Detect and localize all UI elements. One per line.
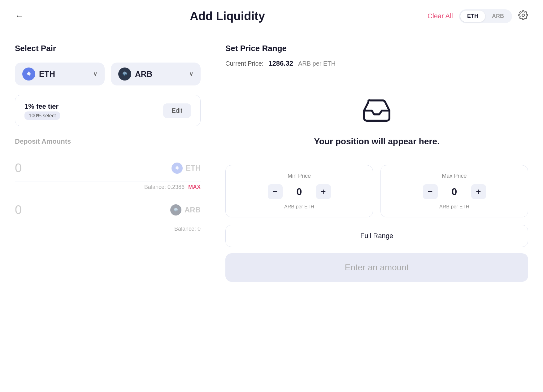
current-price-label: Current Price: — [225, 60, 263, 67]
max-price-controls: − 0 + — [423, 184, 486, 199]
header-right: Clear All ETH ARB — [428, 9, 528, 23]
enter-amount-button: Enter an amount — [225, 253, 528, 282]
eth-deposit-row: 0 ETH Balance: 0.2386 MAX — [15, 155, 201, 197]
set-price-range-title: Set Price Range — [225, 44, 528, 53]
header-left: ← — [15, 9, 27, 24]
back-button[interactable]: ← — [15, 9, 27, 24]
arb-deposit-icon — [170, 204, 181, 216]
arb-token-icon — [118, 68, 131, 81]
inbox-icon — [361, 95, 392, 129]
min-price-label: Min Price — [288, 173, 311, 179]
arb-token-label: ARB — [135, 69, 152, 79]
eth-token-icon — [22, 68, 35, 81]
price-range-controls: Min Price − 0 + ARB per ETH Max Price − … — [225, 165, 528, 217]
inbox-svg — [361, 95, 392, 123]
fee-tier-box: 1% fee tier 100% select Edit — [15, 95, 201, 126]
settings-button[interactable] — [518, 10, 528, 22]
max-price-minus-button[interactable]: − — [423, 184, 438, 199]
current-price-value: 1286.32 — [268, 59, 293, 68]
svg-point-0 — [522, 14, 524, 16]
network-toggle: ETH ARB — [459, 9, 512, 23]
arb-deposit-token-info: ARB — [170, 204, 201, 216]
fee-tier-edit-button[interactable]: Edit — [163, 103, 191, 118]
pair-selectors: ETH ∨ ARB ∨ — [15, 63, 201, 85]
arb-deposit-balance-row: Balance: 0 — [15, 226, 201, 238]
header: ← Add Liquidity Clear All ETH ARB — [0, 0, 543, 31]
select-pair-title: Select Pair — [15, 44, 201, 53]
eth-deposit-balance-row: Balance: 0.2386 MAX — [15, 184, 201, 197]
eth-icon — [25, 71, 32, 77]
max-price-label: Max Price — [442, 173, 467, 179]
arb-deposit-input-row: 0 ARB — [15, 197, 201, 223]
min-price-value: 0 — [290, 186, 309, 198]
max-price-unit: ARB per ETH — [439, 204, 469, 210]
min-price-box: Min Price − 0 + ARB per ETH — [225, 165, 373, 217]
clear-all-button[interactable]: Clear All — [428, 12, 453, 20]
eth-deposit-svg — [174, 165, 180, 171]
gear-icon — [518, 10, 528, 20]
max-price-plus-button[interactable]: + — [471, 184, 486, 199]
min-price-minus-button[interactable]: − — [268, 184, 283, 199]
arb-deposit-row: 0 ARB Balance: 0 — [15, 197, 201, 238]
eth-token-selector[interactable]: ETH ∨ — [15, 63, 105, 85]
min-price-unit: ARB per ETH — [284, 204, 314, 210]
position-placeholder-text: Your position will appear here. — [314, 137, 440, 146]
eth-deposit-input-row: 0 ETH — [15, 155, 201, 181]
right-panel: Set Price Range Current Price: 1286.32 A… — [219, 44, 528, 282]
fee-tier-badge: 100% select — [24, 111, 60, 120]
eth-deposit-amount: 0 — [15, 161, 172, 175]
network-eth-button[interactable]: ETH — [460, 11, 485, 22]
arb-chevron-icon: ∨ — [189, 71, 193, 77]
arb-deposit-symbol: ARB — [185, 206, 201, 214]
eth-deposit-token-info: ETH — [172, 163, 201, 174]
eth-chevron-icon: ∨ — [93, 71, 97, 77]
eth-balance-text: Balance: 0.2386 — [144, 184, 185, 190]
current-price-row: Current Price: 1286.32 ARB per ETH — [225, 59, 528, 68]
max-price-value: 0 — [445, 186, 464, 198]
full-range-button[interactable]: Full Range — [225, 225, 528, 247]
arb-token-selector[interactable]: ARB ∨ — [111, 63, 201, 85]
main-content: Select Pair ETH ∨ — [0, 31, 543, 294]
min-price-controls: − 0 + — [268, 184, 331, 199]
network-arb-button[interactable]: ARB — [485, 11, 511, 22]
eth-token-label: ETH — [39, 69, 55, 79]
current-price-unit: ARB per ETH — [298, 60, 336, 67]
arb-icon — [121, 71, 128, 77]
left-panel: Select Pair ETH ∨ — [15, 44, 219, 282]
eth-deposit-icon — [172, 163, 183, 174]
eth-deposit-symbol: ETH — [186, 164, 201, 172]
position-placeholder: Your position will appear here. — [225, 83, 528, 165]
min-price-plus-button[interactable]: + — [316, 184, 331, 199]
deposit-amounts-title: Deposit Amounts — [15, 137, 201, 146]
page-title: Add Liquidity — [27, 10, 428, 23]
arb-deposit-amount: 0 — [15, 203, 170, 217]
eth-max-button[interactable]: MAX — [188, 184, 201, 190]
arb-deposit-svg — [173, 207, 179, 213]
arb-balance-text: Balance: 0 — [174, 226, 201, 232]
max-price-box: Max Price − 0 + ARB per ETH — [380, 165, 528, 217]
fee-tier-title: 1% fee tier — [24, 102, 60, 111]
fee-tier-info: 1% fee tier 100% select — [24, 102, 60, 119]
